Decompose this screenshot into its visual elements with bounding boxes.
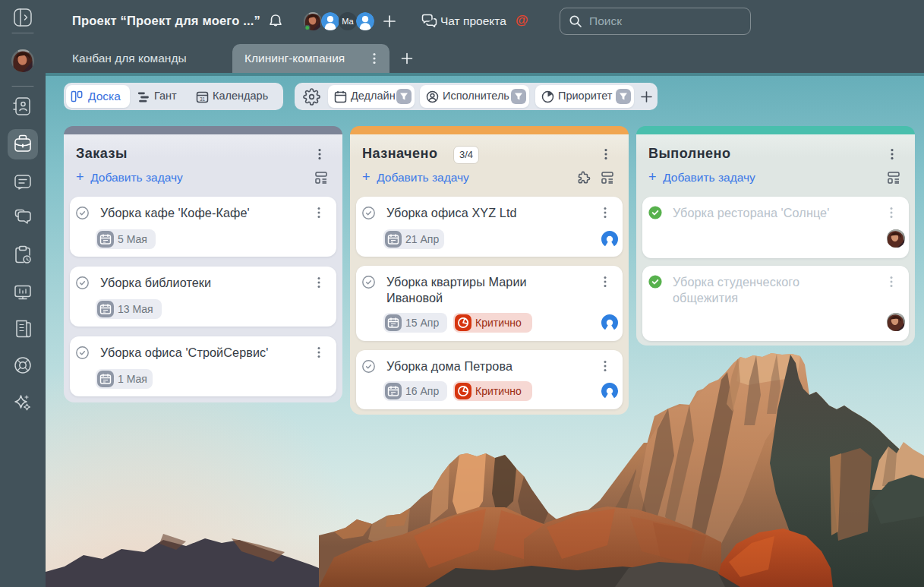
svg-text:Ma: Ma [342, 17, 354, 26]
svg-text:31: 31 [200, 96, 206, 102]
